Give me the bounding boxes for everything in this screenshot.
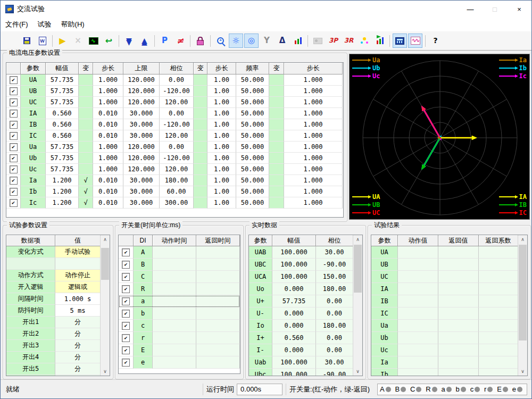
step-cell[interactable]: 1.000 [284, 74, 343, 86]
freq-cell[interactable]: 50.000 [236, 153, 269, 164]
y-conn-button[interactable]: Y [260, 34, 274, 48]
value-cell[interactable]: 逻辑或 [55, 281, 101, 293]
step-cell[interactable]: 1.00 [207, 108, 236, 119]
var-cell[interactable]: √ [79, 175, 93, 186]
run-button[interactable]: ▶ [55, 34, 70, 48]
phase-cell[interactable]: 0.00 [160, 74, 194, 86]
diff-button[interactable]: ≠ [173, 34, 187, 48]
phase-cell[interactable]: 120.00 [160, 97, 194, 108]
step-cell[interactable]: 0.010 [93, 119, 123, 130]
limit-cell[interactable]: 120.000 [123, 74, 160, 86]
step-cell[interactable]: 0.010 [93, 197, 123, 209]
amplitude-cell[interactable]: 1.200 [46, 186, 79, 197]
step-down-button[interactable]: ▼ [122, 34, 136, 48]
bars-button[interactable] [290, 34, 305, 48]
step-cell[interactable]: 1.00 [207, 86, 236, 97]
var-cell[interactable] [194, 164, 207, 175]
undo-button[interactable]: ↩ [102, 34, 116, 48]
amplitude-cell[interactable]: 0.560 [46, 130, 79, 142]
checkbox[interactable]: ✔ [10, 165, 18, 173]
step-cell[interactable]: 1.00 [207, 186, 236, 197]
step-cell[interactable]: 1.000 [284, 86, 343, 97]
value-cell[interactable]: 分 [55, 340, 101, 352]
step-cell[interactable]: 1.00 [207, 130, 236, 142]
var-cell[interactable] [269, 108, 284, 119]
var-cell[interactable] [194, 142, 207, 153]
wave-button[interactable] [86, 34, 101, 48]
freq-cell[interactable]: 50.000 [236, 130, 269, 142]
step-cell[interactable]: 1.000 [284, 197, 343, 209]
phase-cell[interactable]: 60.00 [160, 186, 194, 197]
var-cell[interactable] [269, 119, 284, 130]
var-cell[interactable]: √ [79, 186, 93, 197]
amplitude-cell[interactable]: 0.560 [46, 119, 79, 130]
var-cell[interactable] [79, 86, 93, 97]
var-cell[interactable] [79, 164, 93, 175]
limit-cell[interactable]: 30.000 [123, 186, 160, 197]
phase-cell[interactable]: 180.00 [160, 175, 194, 186]
checkbox[interactable]: ✔ [10, 132, 18, 140]
open-file-button[interactable] [4, 34, 19, 48]
step-cell[interactable]: 0.010 [93, 108, 123, 119]
var-cell[interactable] [269, 74, 284, 86]
var-cell[interactable] [194, 97, 207, 108]
value-cell[interactable]: 分 [55, 317, 101, 328]
limit-cell[interactable]: 120.000 [123, 142, 160, 153]
amplitude-cell[interactable]: 57.735 [46, 164, 79, 175]
step-cell[interactable]: 1.00 [207, 153, 236, 164]
chartexp-button[interactable] [372, 34, 387, 48]
freq-cell[interactable]: 50.000 [236, 119, 269, 130]
scroll-down-icon[interactable]: ∨ [518, 367, 527, 376]
minimize-button[interactable]: — [458, 1, 483, 18]
scroll-thumb[interactable] [101, 248, 109, 280]
phase-cell[interactable]: -120.00 [160, 86, 194, 97]
checkbox[interactable]: ✔ [10, 110, 18, 118]
phase-cell[interactable]: 120.00 [160, 130, 194, 142]
checkbox[interactable]: ✔ [122, 273, 130, 281]
scroll-down-icon[interactable]: ∨ [101, 367, 110, 376]
var-cell[interactable] [194, 74, 207, 86]
scroll-up-icon[interactable]: ∧ [518, 235, 527, 244]
checkbox[interactable]: ✔ [10, 199, 18, 207]
var-cell[interactable] [194, 86, 207, 97]
var-cell[interactable] [194, 186, 207, 197]
step-cell[interactable]: 1.000 [93, 86, 123, 97]
value-cell[interactable] [55, 258, 101, 270]
step-cell[interactable]: 1.00 [207, 74, 236, 86]
var-cell[interactable] [79, 108, 93, 119]
amplitude-cell[interactable]: 57.735 [46, 142, 79, 153]
step-cell[interactable]: 1.000 [284, 142, 343, 153]
var-cell[interactable] [194, 153, 207, 164]
phase-cell[interactable]: -120.00 [160, 119, 194, 130]
limit-cell[interactable]: 120.000 [123, 97, 160, 108]
checkbox[interactable]: ✔ [10, 177, 18, 185]
step-cell[interactable]: 1.000 [284, 97, 343, 108]
menu-test[interactable]: 试验 [33, 18, 56, 31]
value-cell[interactable]: 分 [55, 328, 101, 340]
scroll-thumb[interactable] [519, 245, 527, 340]
var-cell[interactable] [194, 175, 207, 186]
step-cell[interactable]: 1.000 [93, 142, 123, 153]
realtime-scrollbar[interactable]: ∧ ∨ [353, 235, 362, 376]
step-cell[interactable]: 1.00 [207, 197, 236, 209]
var-cell[interactable] [194, 197, 207, 209]
checkbox[interactable]: ✔ [122, 248, 130, 256]
var-cell[interactable] [269, 197, 284, 209]
limit-cell[interactable]: 30.000 [123, 119, 160, 130]
step-cell[interactable]: 1.000 [284, 186, 343, 197]
amplitude-cell[interactable]: 57.735 [46, 97, 79, 108]
var-cell[interactable] [269, 186, 284, 197]
freq-cell[interactable]: 50.000 [236, 175, 269, 186]
step-cell[interactable]: 0.010 [93, 186, 123, 197]
delta-button[interactable]: Δ [275, 34, 289, 48]
var-cell[interactable] [79, 74, 93, 86]
var-cell[interactable] [269, 97, 284, 108]
value-cell[interactable]: 动作停止 [55, 270, 101, 281]
freq-cell[interactable]: 50.000 [236, 164, 269, 175]
scroll-up-icon[interactable]: ∧ [101, 235, 110, 244]
menu-help[interactable]: 帮助(H) [56, 18, 89, 31]
amplitude-cell[interactable]: 57.735 [46, 86, 79, 97]
save-button[interactable] [20, 34, 34, 48]
var-cell[interactable] [79, 153, 93, 164]
step-cell[interactable]: 1.000 [93, 97, 123, 108]
